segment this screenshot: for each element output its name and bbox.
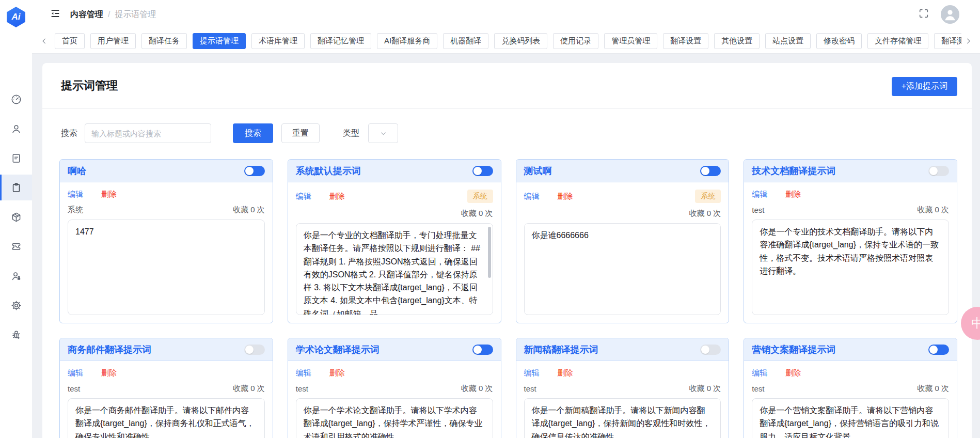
sidebar-item-document[interactable] [0,145,32,171]
prompt-content[interactable]: 1477 [68,220,265,315]
sidebar-item-clipboard[interactable] [0,175,32,200]
prompt-content[interactable]: 你是一个学术论文翻译助手。请将以下学术内容翻译成{target_lang}，保持… [296,398,493,438]
delete-link[interactable]: 删除 [101,368,117,378]
search-input[interactable] [85,123,211,143]
user-avatar[interactable] [941,5,959,24]
tabbar: 首页用户管理翻译任务提示语管理术语库管理翻译记忆管理AI翻译服务商机器翻译兑换码… [32,29,980,54]
edit-link[interactable]: 编辑 [752,190,767,199]
enable-toggle[interactable] [928,345,949,355]
enable-toggle[interactable] [244,166,265,176]
toggle-knob [701,346,709,354]
delete-link[interactable]: 删除 [329,192,345,201]
prompt-title: 测试啊 [524,165,552,177]
favorite-count: 收藏 0 次 [917,384,949,394]
type-select[interactable] [368,123,398,143]
tab-item-9[interactable]: 使用记录 [553,33,598,49]
tab-item-16[interactable]: 翻译测试 [934,33,961,49]
tab-item-5[interactable]: 翻译记忆管理 [310,33,371,49]
favorite-count: 收藏 0 次 [233,384,265,394]
tab-item-1[interactable]: 用户管理 [90,33,136,49]
prompt-content-text: 你是一个营销文案翻译助手。请将以下营销内容翻译成{target_lang}，保持… [760,406,939,438]
edit-link[interactable]: 编辑 [752,368,767,378]
prompt-card-meta: 收藏 0 次 [516,203,729,223]
add-prompt-button[interactable]: +添加提示词 [892,77,957,96]
delete-link[interactable]: 删除 [101,190,117,199]
breadcrumb: 内容管理 / 提示语管理 [70,9,156,20]
edit-link[interactable]: 编辑 [524,368,540,378]
tab-item-3[interactable]: 提示语管理 [193,33,246,49]
tab-item-2[interactable]: 翻译任务 [141,33,187,49]
owner-label: test [752,206,764,214]
edit-link[interactable]: 编辑 [68,368,83,378]
enable-toggle[interactable] [928,166,949,176]
prompt-card-header: 学术论文翻译提示词 [288,338,501,361]
prompt-card-actions: 编辑 删除 [60,361,273,378]
prompt-card-meta: 系统 收藏 0 次 [60,199,273,220]
fullscreen-icon[interactable] [918,8,929,21]
search-label: 搜索 [61,128,77,139]
delete-link[interactable]: 删除 [785,190,801,199]
tab-item-6[interactable]: AI翻译服务商 [377,33,437,49]
prompt-card: 学术论文翻译提示词 编辑 删除 test 收藏 0 次 你是一个学术论文翻译助手… [288,338,501,438]
prompt-card: 啊哈 编辑 删除 系统 收藏 0 次 1477 [59,159,273,323]
toggle-knob [245,346,254,354]
user-lock-icon [10,270,22,282]
prompt-content[interactable]: 你是一个专业的文档翻译助手，专门处理批量文本翻译任务。请严格按照以下规则进行翻译… [296,223,493,315]
enable-toggle[interactable] [472,345,493,355]
tab-item-13[interactable]: 站点设置 [765,33,811,49]
tab-item-7[interactable]: 机器翻译 [443,33,488,49]
prompt-card-meta: test 收藏 0 次 [744,378,957,398]
delete-link[interactable]: 删除 [329,368,345,378]
prompt-card: 营销文案翻译提示词 编辑 删除 test 收藏 0 次 你是一个营销文案翻译助手… [744,338,957,438]
edit-link[interactable]: 编辑 [68,190,83,199]
breadcrumb-item[interactable]: 内容管理 [70,9,103,20]
delete-link[interactable]: 删除 [785,368,801,378]
tab-item-14[interactable]: 修改密码 [816,33,862,49]
prompt-card-header: 商务邮件翻译提示词 [60,338,273,361]
prompt-content[interactable]: 你是谁6666666 [524,223,721,315]
collapse-menu-icon[interactable] [50,8,61,21]
prompt-card-actions: 编辑 删除 系统 [516,182,729,203]
tab-item-12[interactable]: 其他设置 [714,33,760,49]
sidebar-item-user[interactable] [0,116,32,142]
sidebar-item-user-lock[interactable] [0,263,32,289]
tab-item-10[interactable]: 管理员管理 [604,33,657,49]
edit-link[interactable]: 编辑 [296,192,311,201]
dashboard-icon [10,93,22,105]
sidebar-item-bug[interactable] [0,322,32,348]
sidebar-item-package[interactable] [0,204,32,230]
delete-link[interactable]: 删除 [558,368,573,378]
enable-toggle[interactable] [244,345,265,355]
delete-link[interactable]: 删除 [558,192,573,201]
tab-item-8[interactable]: 兑换码列表 [494,33,547,49]
sidebar-item-gear[interactable] [0,292,32,318]
tabs-scroll-left-icon[interactable] [37,34,51,49]
tab-item-15[interactable]: 文件存储管理 [867,33,928,49]
tabs-scroll-right-icon[interactable] [961,34,975,49]
favorite-count: 收藏 0 次 [689,209,721,218]
edit-link[interactable]: 编辑 [524,192,540,201]
tab-item-0[interactable]: 首页 [55,33,85,49]
tab-item-11[interactable]: 翻译设置 [663,33,708,49]
main-content: 提示词管理 +添加提示词 搜索 搜索 重置 类型 啊哈 编辑 删除 系统 收藏 … [32,54,980,438]
prompt-content[interactable]: 你是一个商务邮件翻译助手。请将以下邮件内容翻译成{target_lang}，保持… [68,398,265,438]
scrollbar-thumb[interactable] [488,227,491,278]
prompt-content-text: 你是谁6666666 [532,231,589,240]
user-icon [10,123,22,135]
tab-item-4[interactable]: 术语库管理 [251,33,305,49]
prompt-content[interactable]: 你是一个新闻稿翻译助手。请将以下新闻内容翻译成{target_lang}，保持新… [524,398,721,438]
prompt-content[interactable]: 你是一个专业的技术文档翻译助手。请将以下内容准确翻译成{target_lang}… [752,220,949,315]
owner-label: test [752,384,764,393]
enable-toggle[interactable] [700,345,721,355]
search-button[interactable]: 搜索 [233,123,273,143]
breadcrumb-item-current: 提示语管理 [115,9,156,20]
sidebar-item-ticket[interactable] [0,233,32,259]
enable-toggle[interactable] [472,166,493,176]
edit-link[interactable]: 编辑 [296,368,311,378]
prompt-content[interactable]: 你是一个营销文案翻译助手。请将以下营销内容翻译成{target_lang}，保持… [752,398,949,438]
enable-toggle[interactable] [700,166,721,176]
sidebar-item-dashboard[interactable] [0,86,32,112]
reset-button[interactable]: 重置 [281,123,320,143]
prompt-card-header: 技术文档翻译提示词 [744,160,957,182]
prompt-card-actions: 编辑 删除 [744,182,957,199]
